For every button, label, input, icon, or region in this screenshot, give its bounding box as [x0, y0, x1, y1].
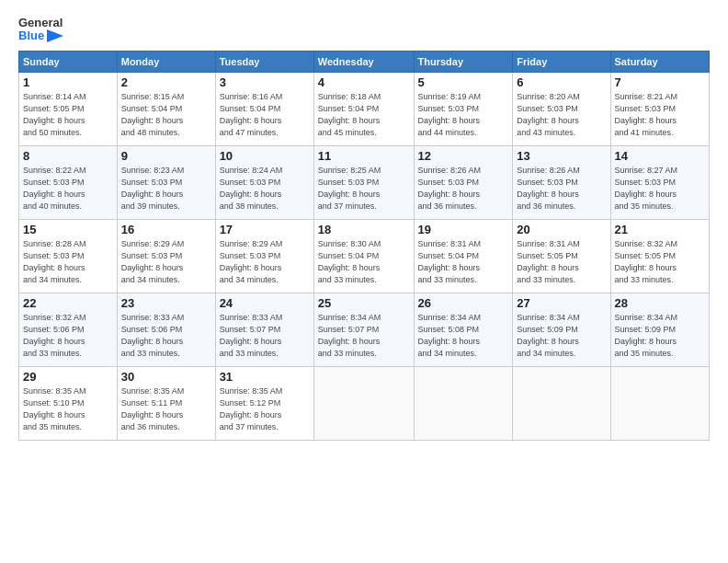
day-number: 9	[121, 149, 211, 163]
day-number: 2	[121, 75, 211, 89]
day-detail: Sunrise: 8:33 AM Sunset: 5:06 PM Dayligh…	[121, 312, 211, 360]
logo: General Blue	[18, 17, 63, 43]
weekday-header-saturday: Saturday	[610, 51, 709, 72]
day-number: 19	[418, 223, 509, 236]
day-number: 4	[318, 75, 410, 89]
page: General Blue SundayMondayTuesdayWednesda…	[0, 0, 728, 563]
day-cell: 3Sunrise: 8:16 AM Sunset: 5:04 PM Daylig…	[215, 72, 313, 145]
logo-text-block: General Blue	[18, 17, 63, 43]
day-detail: Sunrise: 8:31 AM Sunset: 5:04 PM Dayligh…	[418, 238, 509, 286]
day-cell: 23Sunrise: 8:33 AM Sunset: 5:06 PM Dayli…	[117, 293, 215, 366]
day-number: 18	[318, 223, 410, 236]
logo-arrow-icon	[47, 29, 63, 42]
day-cell: 18Sunrise: 8:30 AM Sunset: 5:04 PM Dayli…	[313, 219, 414, 293]
day-detail: Sunrise: 8:32 AM Sunset: 5:06 PM Dayligh…	[23, 312, 113, 360]
svg-marker-0	[47, 29, 63, 42]
calendar-body: 1Sunrise: 8:14 AM Sunset: 5:05 PM Daylig…	[19, 72, 710, 440]
day-number: 1	[23, 75, 113, 89]
day-cell: 7Sunrise: 8:21 AM Sunset: 5:03 PM Daylig…	[610, 72, 709, 145]
day-cell: 20Sunrise: 8:31 AM Sunset: 5:05 PM Dayli…	[513, 219, 610, 293]
day-number: 22	[23, 296, 113, 310]
weekday-header-friday: Friday	[513, 51, 610, 72]
weekday-header-monday: Monday	[117, 51, 215, 72]
day-number: 31	[220, 370, 310, 384]
day-detail: Sunrise: 8:26 AM Sunset: 5:03 PM Dayligh…	[517, 165, 606, 213]
day-detail: Sunrise: 8:31 AM Sunset: 5:05 PM Dayligh…	[517, 238, 606, 286]
day-detail: Sunrise: 8:23 AM Sunset: 5:03 PM Dayligh…	[121, 165, 211, 213]
day-number: 7	[615, 75, 705, 89]
day-cell	[414, 366, 513, 440]
day-number: 3	[220, 75, 310, 89]
day-cell: 27Sunrise: 8:34 AM Sunset: 5:09 PM Dayli…	[513, 293, 610, 366]
day-detail: Sunrise: 8:18 AM Sunset: 5:04 PM Dayligh…	[318, 91, 410, 139]
day-cell: 31Sunrise: 8:35 AM Sunset: 5:12 PM Dayli…	[215, 366, 313, 440]
day-number: 10	[220, 149, 310, 163]
day-number: 5	[418, 75, 509, 89]
day-cell: 22Sunrise: 8:32 AM Sunset: 5:06 PM Dayli…	[19, 293, 118, 366]
day-cell: 30Sunrise: 8:35 AM Sunset: 5:11 PM Dayli…	[117, 366, 215, 440]
day-detail: Sunrise: 8:26 AM Sunset: 5:03 PM Dayligh…	[418, 165, 509, 213]
day-detail: Sunrise: 8:34 AM Sunset: 5:07 PM Dayligh…	[318, 312, 410, 360]
day-number: 25	[318, 296, 410, 310]
day-number: 6	[517, 75, 606, 89]
weekday-header-wednesday: Wednesday	[313, 51, 414, 72]
day-number: 15	[23, 223, 113, 236]
day-detail: Sunrise: 8:29 AM Sunset: 5:03 PM Dayligh…	[121, 238, 211, 286]
day-detail: Sunrise: 8:35 AM Sunset: 5:11 PM Dayligh…	[121, 385, 211, 433]
day-detail: Sunrise: 8:28 AM Sunset: 5:03 PM Dayligh…	[23, 238, 113, 286]
day-detail: Sunrise: 8:21 AM Sunset: 5:03 PM Dayligh…	[615, 91, 705, 139]
weekday-header-thursday: Thursday	[414, 51, 513, 72]
day-number: 23	[121, 296, 211, 310]
day-cell: 5Sunrise: 8:19 AM Sunset: 5:03 PM Daylig…	[414, 72, 513, 145]
day-number: 16	[121, 223, 211, 236]
day-cell: 28Sunrise: 8:34 AM Sunset: 5:09 PM Dayli…	[610, 293, 709, 366]
day-detail: Sunrise: 8:24 AM Sunset: 5:03 PM Dayligh…	[220, 165, 310, 213]
day-cell: 14Sunrise: 8:27 AM Sunset: 5:03 PM Dayli…	[610, 145, 709, 219]
weekday-header-row: SundayMondayTuesdayWednesdayThursdayFrid…	[19, 51, 710, 72]
day-detail: Sunrise: 8:33 AM Sunset: 5:07 PM Dayligh…	[220, 312, 310, 360]
week-row-4: 22Sunrise: 8:32 AM Sunset: 5:06 PM Dayli…	[19, 293, 710, 366]
day-detail: Sunrise: 8:25 AM Sunset: 5:03 PM Dayligh…	[318, 165, 410, 213]
week-row-1: 1Sunrise: 8:14 AM Sunset: 5:05 PM Daylig…	[19, 72, 710, 145]
day-cell: 11Sunrise: 8:25 AM Sunset: 5:03 PM Dayli…	[313, 145, 414, 219]
day-detail: Sunrise: 8:14 AM Sunset: 5:05 PM Dayligh…	[23, 91, 113, 139]
day-cell: 15Sunrise: 8:28 AM Sunset: 5:03 PM Dayli…	[19, 219, 118, 293]
day-detail: Sunrise: 8:35 AM Sunset: 5:10 PM Dayligh…	[23, 385, 113, 433]
day-detail: Sunrise: 8:34 AM Sunset: 5:09 PM Dayligh…	[517, 312, 606, 360]
day-cell: 25Sunrise: 8:34 AM Sunset: 5:07 PM Dayli…	[313, 293, 414, 366]
day-cell: 10Sunrise: 8:24 AM Sunset: 5:03 PM Dayli…	[215, 145, 313, 219]
day-cell: 12Sunrise: 8:26 AM Sunset: 5:03 PM Dayli…	[414, 145, 513, 219]
day-cell: 29Sunrise: 8:35 AM Sunset: 5:10 PM Dayli…	[19, 366, 118, 440]
day-number: 27	[517, 296, 606, 310]
day-number: 26	[418, 296, 509, 310]
day-number: 8	[23, 149, 113, 163]
day-number: 20	[517, 223, 606, 236]
day-detail: Sunrise: 8:16 AM Sunset: 5:04 PM Dayligh…	[220, 91, 310, 139]
day-cell: 16Sunrise: 8:29 AM Sunset: 5:03 PM Dayli…	[117, 219, 215, 293]
day-cell: 13Sunrise: 8:26 AM Sunset: 5:03 PM Dayli…	[513, 145, 610, 219]
header: General Blue	[18, 17, 710, 43]
day-cell: 26Sunrise: 8:34 AM Sunset: 5:08 PM Dayli…	[414, 293, 513, 366]
day-detail: Sunrise: 8:30 AM Sunset: 5:04 PM Dayligh…	[318, 238, 410, 286]
day-detail: Sunrise: 8:20 AM Sunset: 5:03 PM Dayligh…	[517, 91, 606, 139]
day-cell: 8Sunrise: 8:22 AM Sunset: 5:03 PM Daylig…	[19, 145, 118, 219]
day-number: 13	[517, 149, 606, 163]
weekday-header-sunday: Sunday	[19, 51, 118, 72]
day-cell: 9Sunrise: 8:23 AM Sunset: 5:03 PM Daylig…	[117, 145, 215, 219]
day-cell: 6Sunrise: 8:20 AM Sunset: 5:03 PM Daylig…	[513, 72, 610, 145]
day-number: 24	[220, 296, 310, 310]
day-number: 12	[418, 149, 509, 163]
day-cell	[513, 366, 610, 440]
day-cell: 17Sunrise: 8:29 AM Sunset: 5:03 PM Dayli…	[215, 219, 313, 293]
day-detail: Sunrise: 8:32 AM Sunset: 5:05 PM Dayligh…	[615, 238, 705, 286]
week-row-3: 15Sunrise: 8:28 AM Sunset: 5:03 PM Dayli…	[19, 219, 710, 293]
day-number: 30	[121, 370, 211, 384]
day-number: 14	[615, 149, 705, 163]
day-cell: 24Sunrise: 8:33 AM Sunset: 5:07 PM Dayli…	[215, 293, 313, 366]
day-number: 28	[615, 296, 705, 310]
day-number: 11	[318, 149, 410, 163]
day-detail: Sunrise: 8:35 AM Sunset: 5:12 PM Dayligh…	[220, 385, 310, 433]
logo-general: General	[18, 17, 63, 29]
week-row-2: 8Sunrise: 8:22 AM Sunset: 5:03 PM Daylig…	[19, 145, 710, 219]
logo-blue: Blue	[18, 29, 63, 42]
